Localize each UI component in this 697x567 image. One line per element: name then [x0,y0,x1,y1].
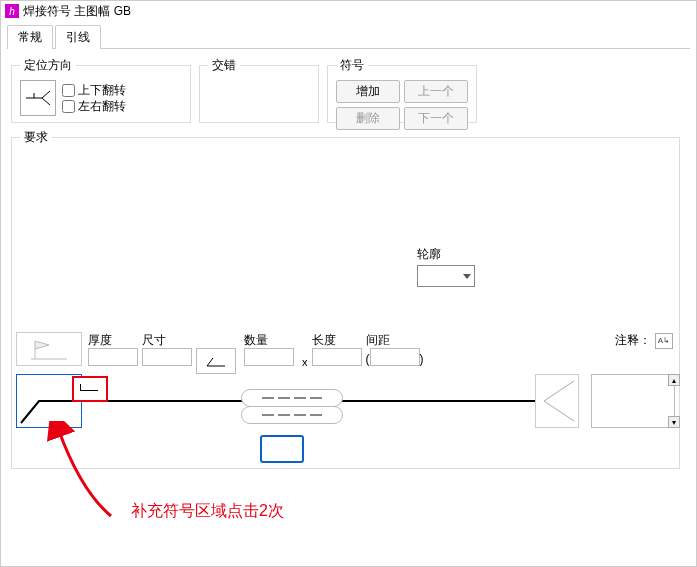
multiply-symbol: x [298,356,312,370]
thickness-param: 厚度 [88,332,138,366]
size-param: 尺寸 [142,332,192,366]
flip-vertical-input[interactable] [62,84,75,97]
thickness-label: 厚度 [88,332,138,346]
tab-leader[interactable]: 引线 [55,25,101,49]
note-label: 注释： [615,332,651,349]
delete-button[interactable]: 删除 [336,107,400,130]
length-param: 长度 [312,332,362,366]
note-scroll-down[interactable]: ▾ [668,416,680,428]
titlebar: h 焊接符号 主图幅 GB [1,1,696,21]
group-symbol: 符号 增加 上一个 删除 下一个 [327,57,477,123]
pitch-right-paren: ) [420,352,424,366]
tab-general[interactable]: 常规 [7,25,53,49]
size-label: 尺寸 [142,332,192,346]
length-label: 长度 [312,332,362,346]
group-orientation-legend: 定位方向 [20,57,76,74]
note-scroll-up[interactable]: ▴ [668,374,680,386]
thickness-input[interactable] [88,348,138,366]
flip-vertical-label: 上下翻转 [78,82,126,98]
window-title: 焊接符号 主图幅 GB [23,3,131,20]
tail-note-field[interactable] [591,374,675,428]
note-edit-icon[interactable]: A↳ [655,333,673,349]
group-stagger-legend: 交错 [208,57,240,74]
size-input[interactable] [142,348,192,366]
arrow-side-button[interactable] [535,374,579,428]
lower-dash-slot[interactable] [241,406,343,424]
count-input[interactable] [244,348,294,366]
group-symbol-legend: 符号 [336,57,368,74]
top-groups: 定位方向 上下翻转 左右翻转 [11,57,686,123]
annotation-text: 补充符号区域点击2次 [131,501,284,522]
count-param: 数量 [244,332,294,366]
page-body: 定位方向 上下翻转 左右翻转 [1,49,696,477]
weld-symbol-picker[interactable] [196,348,236,374]
param-row: 厚度 尺寸 数量 [16,332,675,370]
contour-select[interactable] [417,265,475,287]
highlighted-symbol-slot[interactable] [72,376,108,402]
field-weld-flag-button[interactable] [16,332,82,366]
symbol-picker-param [196,332,236,374]
group-requirements-legend: 要求 [20,129,52,146]
contour-block: 轮廓 [417,246,475,287]
pitch-label: 间距 [366,332,424,346]
flip-vertical-checkbox[interactable]: 上下翻转 [62,82,126,98]
prev-button[interactable]: 上一个 [404,80,468,103]
count-label: 数量 [244,332,294,346]
next-button[interactable]: 下一个 [404,107,468,130]
group-orientation: 定位方向 上下翻转 左右翻转 [11,57,191,123]
symbol-line-area: ▴ ▾ [16,374,675,442]
app-icon: h [5,4,19,18]
symbol-picker-spacer [196,332,236,346]
add-button[interactable]: 增加 [336,80,400,103]
flip-horizontal-input[interactable] [62,100,75,113]
pitch-input[interactable] [370,348,420,366]
tab-strip: 常规 引线 [1,21,696,49]
upper-dash-slot[interactable] [241,389,343,407]
selected-other-side-slot[interactable] [260,435,304,463]
pitch-param: 间距 ( ) [366,332,424,368]
group-stagger: 交错 [199,57,319,123]
orientation-preview-icon [20,80,56,116]
flip-horizontal-checkbox[interactable]: 左右翻转 [62,98,126,114]
group-requirements: 要求 轮廓 厚度 尺寸 [11,129,680,469]
length-input[interactable] [312,348,362,366]
contour-label: 轮廓 [417,246,475,263]
flip-horizontal-label: 左右翻转 [78,98,126,114]
note-block: 注释： A↳ [615,332,673,349]
window: h 焊接符号 主图幅 GB 常规 引线 定位方向 上下 [0,0,697,567]
